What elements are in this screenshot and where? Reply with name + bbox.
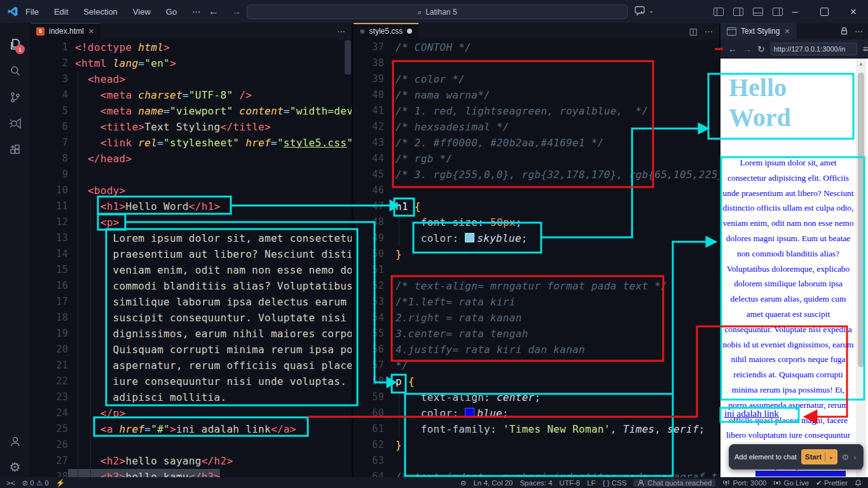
status-item-notifications[interactable] — [855, 479, 862, 487]
code-line-64[interactable]: 64/* text-indent= memberi indentitas pad… — [354, 469, 719, 477]
code-line-42[interactable]: 42/* hexsadesimal */ — [354, 119, 719, 135]
code-line-44[interactable]: 44/* rgb */ — [354, 151, 719, 167]
chevron-right-icon[interactable]: › — [853, 452, 856, 462]
code-line-55[interactable]: 553.center= rata tengah — [354, 326, 719, 342]
preview-url-input[interactable]: http://127.0.0.1:3000/in — [771, 43, 857, 55]
code-line-60[interactable]: 60 color: blue; — [354, 405, 719, 421]
scroll-thumb[interactable] — [858, 73, 864, 367]
search-sidebar-icon[interactable] — [0, 59, 30, 84]
menu-item-go[interactable]: Go — [166, 7, 177, 17]
preview-forward-button[interactable]: → — [743, 44, 752, 54]
code-line-50[interactable]: 50} — [354, 246, 719, 262]
gear-icon[interactable]: ⚙ — [842, 452, 850, 462]
status-item-remote-indicator[interactable]: >< — [6, 479, 15, 487]
editor-actions-button[interactable]: ⋯ — [705, 23, 713, 39]
command-center-search[interactable]: ⌕ Latihan 5 — [247, 4, 628, 19]
preview-back-button[interactable]: ← — [728, 44, 737, 54]
code-line-51[interactable]: 51 — [354, 262, 719, 278]
dirty-dot-icon[interactable] — [407, 29, 412, 34]
code-line-38[interactable]: 38 — [354, 55, 719, 71]
restore-button[interactable] — [809, 0, 839, 23]
status-item-eol[interactable]: LF — [587, 479, 595, 487]
code-line-57[interactable]: 57*/ — [354, 358, 719, 373]
code-line-39[interactable]: 39/* color */ — [354, 71, 719, 87]
menu-item-⋯[interactable]: ⋯ — [192, 7, 200, 17]
code-line-2[interactable]: 2<html lang="en"> — [30, 55, 352, 71]
more-tabs-button[interactable]: ⋯ — [337, 23, 345, 39]
code-line-40[interactable]: 40/* nama warna*/ — [354, 87, 719, 103]
scroll-up-icon[interactable]: ▲ — [856, 61, 866, 67]
more-actions-button[interactable]: ⋯ — [855, 23, 863, 39]
tab-text-styling[interactable]: Text Styling ✕ — [720, 23, 797, 39]
code-line-52[interactable]: 52/* text-align= mrngatur format pada te… — [354, 278, 719, 294]
preview-menu-button[interactable]: ≡ — [863, 44, 868, 54]
code-line-62[interactable]: 62} — [354, 437, 719, 453]
code-line-53[interactable]: 53/*1.left= rata kiri — [354, 294, 719, 310]
code-line-59[interactable]: 59 text-align: center; — [354, 389, 719, 405]
settings-gear-icon[interactable]: ⚙ — [0, 454, 30, 480]
history-back-button[interactable]: ← — [209, 6, 219, 17]
menu-item-edit[interactable]: Edit — [54, 7, 68, 17]
toggle-panel-icon[interactable] — [753, 8, 763, 16]
run-debug-icon[interactable] — [0, 111, 30, 136]
preview-scrollbar[interactable]: ▲ ▼ — [856, 59, 866, 477]
code-line-48[interactable]: 48 font-size: 50px; — [354, 214, 719, 230]
status-item-flash[interactable]: ⚡ — [56, 478, 65, 487]
code-line-43[interactable]: 43/* 2. #ff0000, #20b2aa,#4169e1 */ — [354, 135, 719, 151]
code-line-58[interactable]: 58p { — [354, 373, 719, 389]
code-line-49[interactable]: 49 color: skyblue; — [354, 230, 719, 246]
status-item-prettier[interactable]: ✔ Prettier — [816, 478, 848, 487]
tab-style5-css[interactable]: ≡ style5.css — [354, 23, 418, 39]
preview-link[interactable]: ini adalah link — [724, 408, 779, 419]
code-line-61[interactable]: 61 font-family: 'Times New Roman', Times… — [354, 421, 719, 437]
code-line-47[interactable]: 47h1 { — [354, 199, 719, 214]
history-forward-button[interactable]: → — [231, 6, 242, 17]
color-swatch-icon[interactable] — [465, 233, 474, 242]
code-line-1[interactable]: 1<!doctype html> — [30, 39, 352, 55]
code-line-46[interactable]: 46 — [354, 183, 719, 199]
status-item-language-mode[interactable]: { } CSS — [603, 479, 627, 487]
account-icon[interactable] — [0, 429, 30, 454]
line-number: 52 — [354, 278, 384, 294]
status-item-indentation[interactable]: Spaces: 4 — [520, 479, 552, 487]
chevron-down-icon[interactable]: ⌄ — [829, 454, 834, 460]
code-line-45[interactable]: 45/* 3. rgb{255,0,0}, rgb{32,178,170}, r… — [354, 167, 719, 183]
source-control-icon[interactable] — [0, 85, 30, 110]
tab-index-html[interactable]: 5 index.html ✕ — [30, 23, 100, 39]
menu-item-view[interactable]: View — [133, 7, 151, 17]
editor-style5-css[interactable]: 37/* CONTOH */3839/* color */40/* nama w… — [354, 39, 719, 477]
editor-scrollbar[interactable] — [345, 40, 351, 74]
preview-reload-button[interactable]: ↻ — [757, 44, 765, 54]
close-button[interactable]: ✕ — [839, 0, 868, 23]
code-line-54[interactable]: 542.right = rata kanan — [354, 310, 719, 326]
code-line-41[interactable]: 41/* 1. red, lightseagreen, royalblue, *… — [354, 103, 719, 119]
status-item-go-live[interactable]: Go Live — [773, 479, 809, 487]
status-item-encoding[interactable]: UTF-8 — [560, 479, 581, 487]
close-tab-icon[interactable]: ✕ — [88, 27, 94, 36]
code-line-63[interactable]: 63 — [354, 453, 719, 469]
explorer-icon[interactable]: 1 — [0, 32, 30, 57]
split-editor-button[interactable]: ◫ — [689, 23, 698, 39]
editor-split-border[interactable] — [352, 23, 354, 477]
status-item-cursor-position[interactable]: Ln 4, Col 20 — [473, 479, 513, 487]
code-line-37[interactable]: 37/* CONTOH */ — [354, 39, 719, 55]
lock-icon[interactable] — [841, 23, 848, 39]
line-number: 50 — [354, 246, 384, 262]
status-item-chat-quota[interactable]: Chat quota reached — [633, 479, 715, 487]
minimize-button[interactable]: ─ — [780, 0, 809, 23]
color-swatch-icon[interactable] — [465, 408, 474, 417]
code-line-56[interactable]: 564.justify= rata kiri dan kanan — [354, 342, 719, 358]
toggle-primary-sidebar-icon[interactable] — [713, 8, 724, 16]
start-button[interactable]: Start ⌄ — [801, 449, 837, 464]
status-item-problems[interactable]: ⊘ 0 ⚠ 0 — [22, 478, 48, 487]
split-editor-icon[interactable] — [733, 8, 743, 16]
menu-item-file[interactable]: File — [25, 7, 39, 17]
code-text: veniam enim, odit nam non esse nemo dolo… — [68, 262, 352, 278]
close-tab-icon[interactable]: ✕ — [784, 27, 790, 36]
extensions-icon[interactable] — [0, 137, 30, 162]
copilot-button[interactable]: ⌄ — [635, 5, 654, 16]
status-item-zoom-out[interactable]: ⊖ — [460, 478, 467, 487]
status-item-port[interactable]: Port: 3000 — [722, 479, 766, 487]
editor-index-html[interactable]: 1<!doctype html>2<html lang="en">3 <head… — [30, 39, 352, 477]
menu-item-selection[interactable]: Selection — [83, 7, 117, 17]
